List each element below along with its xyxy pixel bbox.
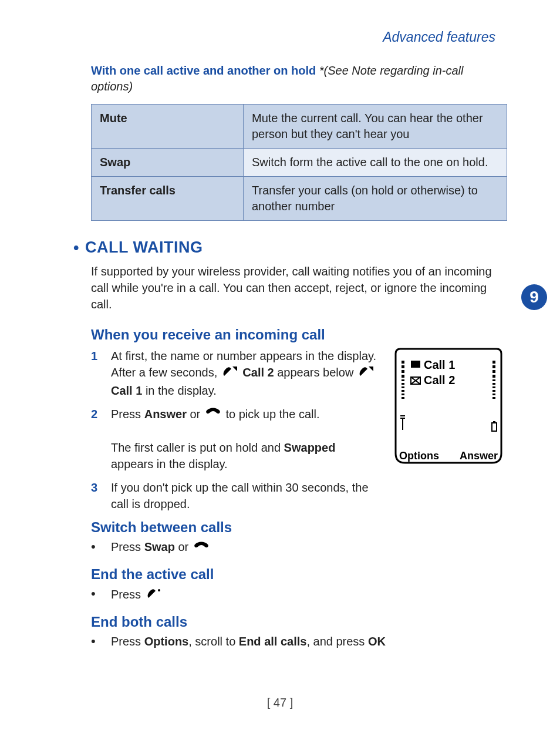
svg-rect-22 — [411, 361, 420, 368]
table-key: Mute — [92, 105, 244, 149]
svg-rect-19 — [492, 397, 495, 399]
svg-rect-4 — [402, 379, 404, 381]
step-text: Press Answer or to pick up the call. The… — [111, 406, 379, 473]
list-item: 1 At first, the name or number appears i… — [91, 348, 379, 398]
list-item: 3 If you don't pick up the call within 3… — [91, 479, 379, 512]
figure-softkey-left: Options — [399, 450, 439, 462]
call-options-table: Mute Mute the current call. You can hear… — [91, 104, 507, 221]
phone-pickup-icon — [193, 541, 210, 556]
chapter-number-badge: 9 — [521, 284, 547, 310]
svg-rect-12 — [492, 370, 495, 373]
svg-rect-17 — [492, 390, 495, 392]
table-row: Mute Mute the current call. You can hear… — [92, 105, 507, 149]
bullet-list: • Press Swap or — [91, 540, 507, 555]
svg-rect-8 — [402, 394, 404, 395]
svg-rect-9 — [402, 397, 404, 399]
phone-screen-figure: Call 1 Call 2 Options Answer — [390, 348, 507, 465]
svg-rect-14 — [492, 379, 495, 381]
svg-rect-2 — [402, 370, 404, 373]
svg-rect-5 — [402, 383, 404, 385]
svg-rect-10 — [492, 361, 495, 364]
svg-rect-3 — [402, 375, 404, 378]
list-item: • Press Swap or — [91, 540, 507, 555]
table-key: Swap — [92, 149, 244, 177]
item-text: Press Swap or — [111, 540, 507, 555]
list-item: 2 Press Answer or to pick up the call. T… — [91, 406, 379, 473]
item-text: Press Options, scroll to End all calls, … — [111, 635, 507, 648]
figure-call2-label: Call 2 — [424, 374, 455, 386]
svg-rect-1 — [402, 365, 404, 368]
table-val: Transfer your calls (on hold or otherwis… — [244, 177, 507, 221]
table-key: Transfer calls — [92, 177, 244, 221]
figure-softkey-right: Answer — [460, 450, 498, 462]
bullet-list: • Press Options, scroll to End all calls… — [91, 635, 507, 648]
heading-switch-calls: Switch between calls — [91, 519, 507, 536]
list-item: • Press — [91, 587, 507, 603]
step-number: 2 — [91, 406, 103, 473]
heading-receive-incoming: When you receive an incoming call — [91, 327, 507, 343]
table-row: Swap Switch form the active call to the … — [92, 149, 507, 177]
table-row: Transfer calls Transfer your calls (on h… — [92, 177, 507, 221]
heading-call-waiting: •CALL WAITING — [91, 238, 507, 257]
bullet-icon: • — [91, 540, 103, 555]
heading-end-active: End the active call — [91, 566, 507, 583]
svg-rect-16 — [492, 386, 495, 388]
intro-line: With one call active and another on hold… — [91, 63, 507, 95]
phone-hangup-icon — [146, 587, 163, 603]
intro-bold: With one call active and another on hold — [91, 64, 316, 77]
bullet-icon: • — [91, 587, 103, 603]
step-number: 1 — [91, 348, 103, 398]
table-val: Switch form the active call to the one o… — [244, 149, 507, 177]
svg-rect-15 — [492, 383, 495, 385]
section-header: Advanced features — [91, 29, 507, 45]
step-number: 3 — [91, 479, 103, 512]
heading-end-both: End both calls — [91, 614, 507, 630]
bullet-list: • Press — [91, 587, 507, 603]
phone-pickup-icon — [205, 406, 221, 423]
steps-list: 1 At first, the name or number appears i… — [91, 348, 379, 512]
svg-rect-0 — [402, 361, 404, 364]
svg-point-23 — [158, 589, 160, 591]
table-val: Mute the current call. You can hear the … — [244, 105, 507, 149]
phone-outgoing-icon — [222, 365, 238, 382]
call-waiting-body: If supported by your wireless provider, … — [91, 263, 507, 312]
svg-rect-13 — [492, 375, 495, 378]
page-number: [ 47 ] — [0, 696, 560, 710]
item-text: Press — [111, 587, 507, 603]
bullet-icon: • — [91, 635, 103, 648]
figure-call1-label: Call 1 — [424, 358, 455, 371]
step-text: At first, the name or number appears in … — [111, 348, 379, 398]
svg-rect-21 — [493, 421, 495, 423]
heading-text: CALL WAITING — [85, 238, 203, 256]
step-text: If you don't pick up the call within 30 … — [111, 479, 379, 512]
phone-outgoing-icon — [358, 365, 375, 382]
bullet-icon: • — [73, 239, 79, 257]
svg-rect-7 — [402, 390, 404, 392]
svg-rect-6 — [402, 386, 404, 388]
list-item: • Press Options, scroll to End all calls… — [91, 635, 507, 648]
svg-rect-11 — [492, 365, 495, 368]
svg-rect-18 — [492, 394, 495, 395]
